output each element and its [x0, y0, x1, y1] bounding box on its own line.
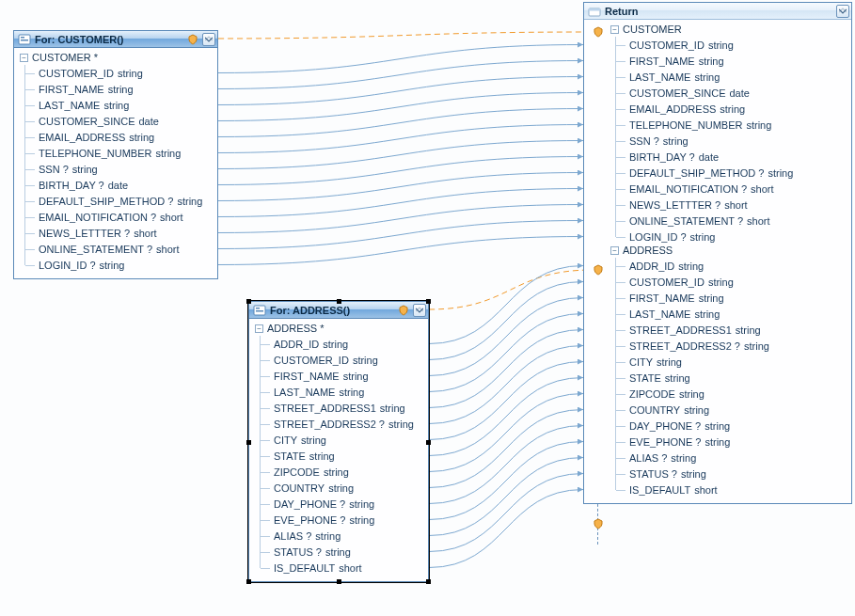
field-customer-12[interactable]: LOGIN_ID ? string [25, 257, 212, 273]
field-return-0-3[interactable]: CUSTOMER_SINCE date [616, 85, 846, 101]
field-return-0-2[interactable]: LAST_NAME string [616, 69, 846, 85]
selection-handle[interactable] [246, 440, 251, 445]
field-customer-7[interactable]: BIRTH_DAY ? date [25, 177, 212, 193]
field-address-1[interactable]: CUSTOMER_ID string [261, 352, 422, 368]
field-return-1-5[interactable]: STREET_ADDRESS2 ? string [616, 338, 846, 354]
field-return-1-2[interactable]: FIRST_NAME string [616, 290, 846, 306]
field-return-0-5[interactable]: TELEPHONE_NUMBER string [616, 117, 846, 133]
field-customer-4[interactable]: EMAIL_ADDRESS string [25, 129, 212, 145]
field-return-1-0[interactable]: ADDR_ID string [616, 258, 846, 274]
for-icon [253, 304, 266, 317]
panel-for-customer[interactable]: For: CUSTOMER() − CUSTOMER * CUSTOMER_ID… [13, 30, 218, 279]
field-return-1-13[interactable]: STATUS ? string [616, 466, 846, 482]
field-address-13[interactable]: STATUS ? string [261, 544, 422, 560]
field-return-0-1[interactable]: FIRST_NAME string [616, 53, 846, 69]
field-address-10[interactable]: DAY_PHONE ? string [261, 496, 422, 512]
field-return-1-4[interactable]: STREET_ADDRESS1 string [616, 322, 846, 338]
field-type: string [155, 148, 181, 159]
field-return-0-0[interactable]: CUSTOMER_ID string [616, 37, 846, 53]
field-customer-2[interactable]: LAST_NAME string [25, 97, 212, 113]
selection-handle[interactable] [337, 299, 341, 304]
return-group-customer[interactable]: −CUSTOMER [610, 24, 846, 35]
field-name: EMAIL_ADDRESS [629, 103, 716, 115]
svg-rect-4 [256, 308, 260, 309]
selection-handle[interactable] [426, 579, 431, 584]
field-name: ZIPCODE [629, 388, 675, 400]
field-return-0-6[interactable]: SSN ? string [616, 133, 846, 149]
selection-handle[interactable] [246, 579, 251, 584]
field-return-1-10[interactable]: DAY_PHONE ? string [616, 418, 846, 434]
field-return-0-7[interactable]: BIRTH_DAY ? date [616, 149, 846, 165]
field-customer-8[interactable]: DEFAULT_SHIP_METHOD ? string [25, 193, 212, 209]
for-icon [18, 33, 31, 46]
panel-return[interactable]: Return −CUSTOMERCUSTOMER_ID stringFIRST_… [583, 2, 852, 504]
collapse-button[interactable] [202, 33, 215, 46]
field-address-12[interactable]: ALIAS ? string [261, 528, 422, 544]
field-type: string [690, 231, 716, 243]
field-customer-0[interactable]: CUSTOMER_ID string [25, 65, 212, 81]
expander-icon[interactable]: − [255, 324, 263, 333]
field-address-2[interactable]: FIRST_NAME string [261, 368, 422, 384]
field-customer-10[interactable]: NEWS_LETTTER ? short [25, 225, 212, 241]
field-return-1-12[interactable]: ALIAS ? string [616, 450, 846, 466]
field-customer-6[interactable]: SSN ? string [25, 161, 212, 177]
field-customer-1[interactable]: FIRST_NAME string [25, 81, 212, 97]
field-type: short [747, 215, 769, 227]
field-type: short [694, 484, 717, 496]
field-address-5[interactable]: STREET_ADDRESS2 ? string [261, 416, 422, 432]
selection-handle[interactable] [426, 440, 431, 445]
expander-icon[interactable]: − [610, 25, 619, 34]
field-address-8[interactable]: ZIPCODE string [261, 464, 422, 480]
field-return-1-7[interactable]: STATE string [616, 370, 846, 386]
field-name: NEWS_LETTTER ? [39, 228, 130, 239]
selection-handle[interactable] [246, 299, 251, 304]
field-address-7[interactable]: STATE string [261, 448, 422, 464]
selection-handle[interactable] [426, 299, 431, 304]
field-type: string [720, 103, 745, 115]
field-address-0[interactable]: ADDR_ID string [261, 336, 422, 352]
field-address-3[interactable]: LAST_NAME string [261, 384, 422, 400]
group-label: ADDRESS [623, 245, 673, 256]
field-type: short [160, 212, 182, 223]
field-name: CUSTOMER_ID [39, 68, 114, 79]
field-return-0-9[interactable]: EMAIL_NOTIFICATION ? short [616, 181, 846, 197]
field-return-1-8[interactable]: ZIPCODE string [616, 386, 846, 402]
field-type: string [100, 260, 125, 271]
collapse-button[interactable] [836, 5, 849, 18]
field-customer-9[interactable]: EMAIL_NOTIFICATION ? short [25, 209, 212, 225]
tree-root-address[interactable]: − ADDRESS * [255, 323, 422, 334]
collapse-button[interactable] [413, 304, 426, 317]
field-return-0-4[interactable]: EMAIL_ADDRESS string [616, 101, 846, 117]
field-return-0-12[interactable]: LOGIN_ID ? string [616, 229, 846, 245]
field-address-11[interactable]: EVE_PHONE ? string [261, 512, 422, 528]
expander-icon[interactable]: − [610, 246, 619, 255]
field-return-1-9[interactable]: COUNTRY string [616, 402, 846, 418]
field-address-9[interactable]: COUNTRY string [261, 480, 422, 496]
field-return-1-1[interactable]: CUSTOMER_ID string [616, 274, 846, 290]
expander-icon[interactable]: − [20, 54, 28, 62]
field-address-4[interactable]: STREET_ADDRESS1 string [261, 400, 422, 416]
field-return-1-14[interactable]: IS_DEFAULT short [616, 482, 846, 498]
field-type: string [177, 196, 202, 207]
panel-titlebar[interactable]: For: ADDRESS() [249, 302, 428, 319]
field-return-0-10[interactable]: NEWS_LETTTER ? short [616, 197, 846, 213]
field-type: string [309, 450, 335, 462]
panel-titlebar[interactable]: Return [584, 3, 851, 20]
field-type: string [388, 419, 414, 430]
panel-titlebar[interactable]: For: CUSTOMER() [14, 31, 217, 48]
field-customer-3[interactable]: CUSTOMER_SINCE date [25, 113, 212, 129]
field-type: string [699, 55, 724, 67]
field-address-14[interactable]: IS_DEFAULT short [261, 560, 422, 576]
field-address-6[interactable]: CITY string [261, 432, 422, 448]
field-customer-11[interactable]: ONLINE_STATEMENT ? short [25, 241, 212, 257]
selection-handle[interactable] [337, 579, 341, 584]
return-group-address[interactable]: −ADDRESS [610, 245, 846, 256]
field-return-1-3[interactable]: LAST_NAME string [616, 306, 846, 322]
field-customer-5[interactable]: TELEPHONE_NUMBER string [25, 145, 212, 161]
panel-for-address[interactable]: For: ADDRESS() − ADDRESS * ADDR_ID strin… [248, 301, 429, 582]
field-return-1-11[interactable]: EVE_PHONE ? string [616, 434, 846, 450]
field-return-0-8[interactable]: DEFAULT_SHIP_METHOD ? string [616, 165, 846, 181]
field-return-0-11[interactable]: ONLINE_STATEMENT ? short [616, 213, 846, 229]
tree-root-customer[interactable]: − CUSTOMER * [20, 52, 212, 63]
field-return-1-6[interactable]: CITY string [616, 354, 846, 370]
